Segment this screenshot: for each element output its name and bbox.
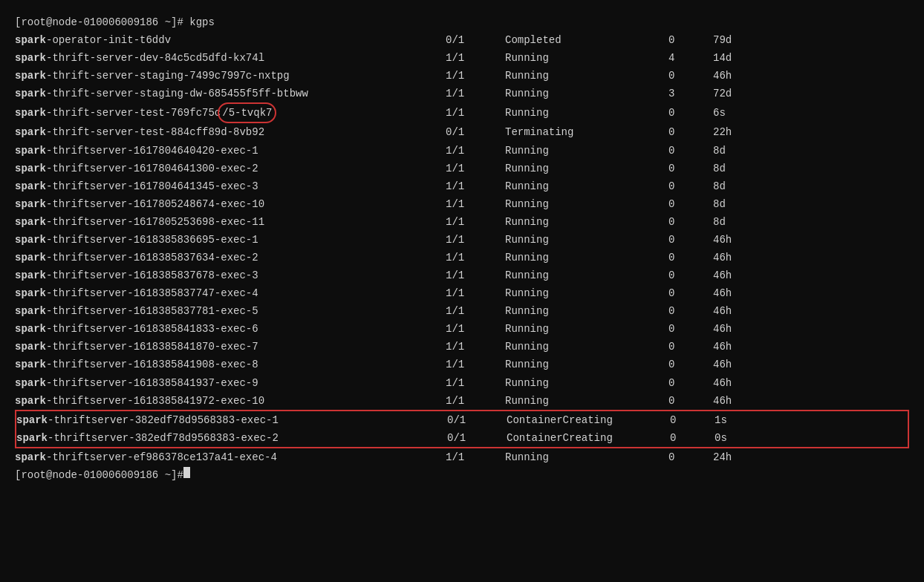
pod-status: Running [505, 213, 668, 231]
pod-status: Running [505, 67, 668, 85]
pod-name: spark-thriftserver-1617805253698-exec-11 [15, 213, 446, 231]
pod-age: 46h [713, 356, 772, 373]
pod-ready: 1/1 [446, 356, 505, 373]
pod-name: spark-thriftserver-1617804641345-exec-3 [15, 177, 446, 195]
command-line: [root@node-010006009186 ~]# kgps [15, 13, 909, 31]
cursor [183, 467, 190, 478]
bottom-prompt-text: [root@node-010006009186 ~]# [15, 466, 183, 484]
pod-restarts: 0 [668, 104, 713, 122]
pod-age: 46h [713, 231, 772, 249]
pod-age: 1s [715, 411, 774, 429]
pod-age: 14d [713, 49, 772, 67]
pod-restarts: 0 [668, 338, 713, 356]
pod-ready: 1/1 [446, 177, 505, 195]
pod-age: 46h [713, 302, 772, 320]
pod-ready: 1/1 [446, 338, 505, 356]
pod-name: spark-thriftserver-1617804641300-exec-2 [15, 160, 446, 177]
pod-status: Running [505, 249, 668, 267]
pod-restarts: 0 [668, 213, 713, 231]
table-row: spark-thrift-server-staging-7499c7997c-n… [15, 67, 909, 85]
terminal: [root@node-010006009186 ~]# kgps spark-o… [0, 0, 924, 582]
pod-age: 8d [713, 177, 772, 195]
pod-restarts: 0 [668, 249, 713, 267]
table-row: spark-thriftserver-1617804641345-exec-3 … [15, 177, 909, 195]
pod-ready: 0/1 [447, 429, 507, 447]
pod-ready: 1/1 [446, 374, 505, 392]
pod-age: 46h [713, 67, 772, 85]
pod-age: 6s [713, 104, 772, 122]
pod-name: spark-thrift-server-test-769fc75c/5-tvqk… [15, 102, 446, 123]
table-row: spark-thriftserver-1617804640420-exec-1 … [15, 142, 909, 160]
pod-age: 79d [713, 31, 772, 49]
bottom-prompt-line: [root@node-010006009186 ~]# [15, 466, 909, 484]
table-row: spark-thriftserver-382edf78d9568383-exec… [16, 411, 908, 429]
pod-age: 46h [713, 374, 772, 392]
pod-restarts: 0 [668, 320, 713, 338]
table-row: spark-thriftserver-1618385837781-exec-5 … [15, 302, 909, 320]
pod-age: 46h [713, 392, 772, 410]
pod-restarts: 0 [668, 356, 713, 373]
pod-name: spark-thriftserver-1618385836695-exec-1 [15, 231, 446, 249]
prompt-text: [root@node-010006009186 ~]# kgps [15, 13, 215, 31]
table-row: spark-thriftserver-1618385836695-exec-1 … [15, 231, 909, 249]
pod-name: spark-thriftserver-1617804640420-exec-1 [15, 142, 446, 160]
pod-status: Running [505, 85, 668, 102]
pod-age: 8d [713, 160, 772, 177]
pod-name: spark-thriftserver-1618385841908-exec-8 [15, 356, 446, 373]
pod-ready: 1/1 [446, 85, 505, 102]
pod-name: spark-thrift-server-dev-84c5cd5dfd-kx74l [15, 49, 446, 67]
pod-age: 46h [713, 320, 772, 338]
table-row: spark-thriftserver-1617805248674-exec-10… [15, 195, 909, 213]
pod-name: spark-thriftserver-382edf78d9568383-exec… [16, 429, 447, 447]
table-row: spark-thriftserver-1617805253698-exec-11… [15, 213, 909, 231]
pod-status: Running [505, 374, 668, 392]
pod-restarts: 0 [670, 411, 715, 429]
pod-status: Completed [505, 31, 668, 49]
pod-ready: 0/1 [446, 123, 505, 141]
pod-ready: 1/1 [446, 160, 505, 177]
pod-restarts: 0 [668, 195, 713, 213]
pod-status: Running [505, 356, 668, 373]
table-row: spark-thrift-server-test-769fc75c/5-tvqk… [15, 102, 909, 123]
pod-status: Running [505, 231, 668, 249]
container-creating-rect-border: spark-thriftserver-382edf78d9568383-exec… [15, 410, 909, 448]
pod-status: Running [505, 392, 668, 410]
pod-ready: 1/1 [446, 231, 505, 249]
pod-name: spark-thriftserver-1618385841972-exec-10 [15, 392, 446, 410]
pod-restarts: 0 [668, 177, 713, 195]
table-row: spark-thriftserver-1618385841870-exec-7 … [15, 338, 909, 356]
table-row: spark-operator-init-t6ddv 0/1 Completed … [15, 31, 909, 49]
pod-status: Running [505, 104, 668, 122]
pod-name: spark-operator-init-t6ddv [15, 31, 446, 49]
pod-restarts: 0 [668, 31, 713, 49]
table-row: spark-thriftserver-1618385841908-exec-8 … [15, 356, 909, 373]
pod-name: spark-thriftserver-382edf78d9568383-exec… [16, 411, 447, 429]
pod-age: 0s [715, 429, 774, 447]
pod-age: 46h [713, 249, 772, 267]
pod-restarts: 0 [670, 429, 715, 447]
highlighted-name-rect: 83-exec-2 [222, 429, 279, 447]
pod-status: ContainerCreating [507, 411, 670, 429]
pod-ready: 1/1 [446, 104, 505, 122]
pod-age: 8d [713, 195, 772, 213]
pod-ready: 1/1 [446, 448, 505, 466]
table-row: spark-thrift-server-test-884cff89d-8vb92… [15, 123, 909, 141]
pod-name: spark-thriftserver-ef986378ce137a41-exec… [15, 448, 446, 466]
pod-age: 72d [713, 85, 772, 102]
pod-ready: 1/1 [446, 195, 505, 213]
pod-ready: 1/1 [446, 267, 505, 284]
pod-restarts: 4 [668, 49, 713, 67]
pod-age: 46h [713, 284, 772, 302]
pod-name: spark-thriftserver-1618385837678-exec-3 [15, 267, 446, 284]
pod-age: 22h [713, 123, 772, 141]
pod-name: spark-thriftserver-1618385837634-exec-2 [15, 249, 446, 267]
table-row: spark-thriftserver-382edf78d9568383-exec… [16, 429, 908, 447]
table-row: spark-thriftserver-1617804641300-exec-2 … [15, 160, 909, 177]
pod-ready: 1/1 [446, 67, 505, 85]
pod-age: 46h [713, 267, 772, 284]
pod-name: spark-thriftserver-1618385841870-exec-7 [15, 338, 446, 356]
pod-status: Running [505, 284, 668, 302]
pod-ready: 1/1 [446, 213, 505, 231]
pod-name: spark-thrift-server-test-884cff89d-8vb92 [15, 123, 446, 141]
pod-ready: 1/1 [446, 49, 505, 67]
